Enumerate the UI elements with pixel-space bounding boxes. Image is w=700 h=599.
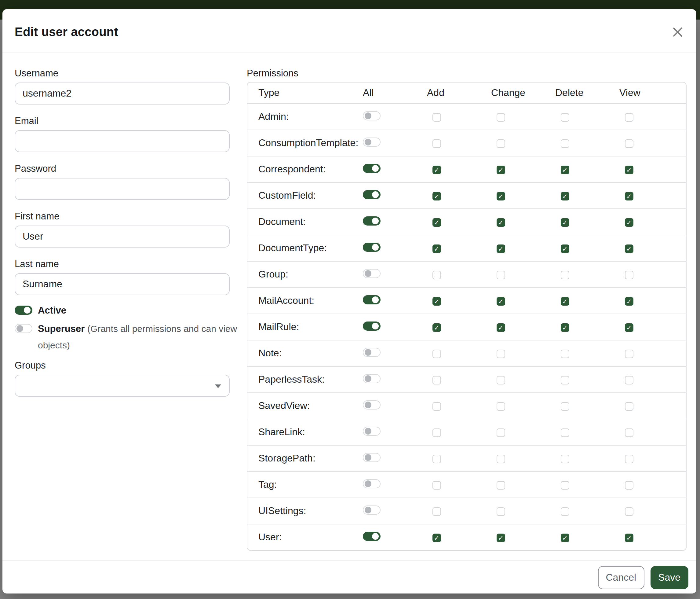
permission-change-checkbox[interactable]: ✓ xyxy=(497,166,505,174)
permission-change-checkbox[interactable] xyxy=(497,376,505,384)
permission-delete-checkbox[interactable] xyxy=(561,429,569,437)
groups-select[interactable] xyxy=(15,375,230,397)
permission-row: CustomField: ✓ ✓ ✓ ✓ xyxy=(247,183,686,209)
permission-all-toggle[interactable] xyxy=(363,453,380,462)
permission-all-toggle[interactable] xyxy=(363,111,380,120)
permission-all-toggle[interactable] xyxy=(363,374,380,383)
permission-view-checkbox[interactable]: ✓ xyxy=(625,218,633,226)
permission-delete-checkbox[interactable]: ✓ xyxy=(561,534,569,542)
permission-view-checkbox[interactable] xyxy=(625,507,633,516)
permission-all-toggle[interactable] xyxy=(363,321,380,330)
permission-view-checkbox[interactable]: ✓ xyxy=(625,166,633,174)
permission-delete-checkbox[interactable] xyxy=(561,376,569,384)
permission-change-checkbox[interactable] xyxy=(497,271,505,279)
permission-delete-checkbox[interactable] xyxy=(561,113,569,121)
permission-delete-checkbox[interactable]: ✓ xyxy=(561,324,569,332)
permission-delete-checkbox[interactable] xyxy=(561,350,569,358)
permission-view-checkbox[interactable] xyxy=(625,481,633,489)
permission-add-checkbox[interactable] xyxy=(432,271,441,279)
permission-view-checkbox[interactable] xyxy=(625,350,633,358)
permission-view-checkbox[interactable]: ✓ xyxy=(625,297,633,305)
permission-delete-checkbox[interactable]: ✓ xyxy=(561,166,569,174)
permission-all-toggle[interactable] xyxy=(363,164,380,173)
first-name-field[interactable] xyxy=(15,225,230,247)
permission-change-checkbox[interactable] xyxy=(497,113,505,121)
permission-change-checkbox[interactable]: ✓ xyxy=(497,324,505,332)
permission-view-checkbox[interactable] xyxy=(625,271,633,279)
permission-delete-checkbox[interactable] xyxy=(561,271,569,279)
close-button[interactable] xyxy=(667,22,688,43)
permission-view-checkbox[interactable] xyxy=(625,402,633,410)
password-field[interactable] xyxy=(15,178,230,200)
permission-change-checkbox[interactable]: ✓ xyxy=(497,244,505,253)
permission-all-toggle[interactable] xyxy=(363,505,380,514)
permission-view-checkbox[interactable]: ✓ xyxy=(625,534,633,542)
permission-add-checkbox[interactable]: ✓ xyxy=(432,244,441,253)
permission-change-checkbox[interactable] xyxy=(497,455,505,463)
permission-delete-checkbox[interactable] xyxy=(561,507,569,516)
last-name-field[interactable] xyxy=(15,273,230,295)
permission-add-checkbox[interactable]: ✓ xyxy=(432,192,441,200)
permission-view-checkbox[interactable] xyxy=(625,113,633,121)
username-input[interactable] xyxy=(15,82,230,104)
toggle-knob xyxy=(372,191,379,198)
permission-add-checkbox[interactable] xyxy=(432,402,441,410)
permission-all-toggle[interactable] xyxy=(363,242,380,251)
permission-view-checkbox[interactable] xyxy=(625,455,633,463)
permission-view-checkbox[interactable]: ✓ xyxy=(625,324,633,332)
permission-add-checkbox[interactable] xyxy=(432,113,441,121)
permission-delete-checkbox[interactable] xyxy=(561,402,569,410)
permission-all-toggle[interactable] xyxy=(363,531,380,541)
cancel-button[interactable]: Cancel xyxy=(598,566,644,589)
permission-change-checkbox[interactable] xyxy=(497,350,505,358)
permission-add-checkbox[interactable] xyxy=(432,139,441,148)
permission-all-toggle[interactable] xyxy=(363,479,380,488)
permission-all-toggle[interactable] xyxy=(363,426,380,435)
permission-change-checkbox[interactable]: ✓ xyxy=(497,534,505,542)
permission-all-toggle[interactable] xyxy=(363,295,380,304)
permission-view-checkbox[interactable] xyxy=(625,376,633,384)
permission-add-checkbox[interactable] xyxy=(432,350,441,358)
toggle-knob xyxy=(372,165,379,171)
permission-delete-checkbox[interactable]: ✓ xyxy=(561,192,569,200)
permission-add-checkbox[interactable]: ✓ xyxy=(432,297,441,305)
superuser-toggle[interactable] xyxy=(15,324,32,333)
permission-add-checkbox[interactable]: ✓ xyxy=(432,324,441,332)
permission-add-checkbox[interactable] xyxy=(432,429,441,437)
permission-add-checkbox[interactable] xyxy=(432,455,441,463)
permission-delete-checkbox[interactable]: ✓ xyxy=(561,218,569,226)
permission-view-checkbox[interactable]: ✓ xyxy=(625,244,633,253)
permission-all-toggle[interactable] xyxy=(363,190,380,199)
permission-change-checkbox[interactable]: ✓ xyxy=(497,192,505,200)
permission-all-toggle[interactable] xyxy=(363,137,380,146)
permission-delete-checkbox[interactable]: ✓ xyxy=(561,244,569,253)
permission-type-label: Document: xyxy=(247,209,357,235)
permission-all-toggle[interactable] xyxy=(363,269,380,278)
permission-delete-checkbox[interactable]: ✓ xyxy=(561,297,569,305)
permission-change-checkbox[interactable] xyxy=(497,481,505,489)
permission-add-checkbox[interactable] xyxy=(432,481,441,489)
permission-delete-checkbox[interactable] xyxy=(561,455,569,463)
permission-add-checkbox[interactable]: ✓ xyxy=(432,534,441,542)
permission-add-checkbox[interactable]: ✓ xyxy=(432,218,441,226)
permission-view-checkbox[interactable] xyxy=(625,139,633,148)
permission-add-checkbox[interactable]: ✓ xyxy=(432,166,441,174)
permission-delete-checkbox[interactable] xyxy=(561,139,569,148)
permission-change-checkbox[interactable]: ✓ xyxy=(497,218,505,226)
permission-all-toggle[interactable] xyxy=(363,400,380,409)
permission-all-toggle[interactable] xyxy=(363,216,380,225)
save-button[interactable]: Save xyxy=(650,566,689,589)
permission-change-checkbox[interactable] xyxy=(497,139,505,148)
permission-view-checkbox[interactable] xyxy=(625,429,633,437)
permission-view-checkbox[interactable]: ✓ xyxy=(625,192,633,200)
permission-all-toggle[interactable] xyxy=(363,348,380,357)
permission-change-checkbox[interactable] xyxy=(497,402,505,410)
email-field[interactable] xyxy=(15,130,230,152)
permission-add-checkbox[interactable] xyxy=(432,507,441,516)
permission-delete-checkbox[interactable] xyxy=(561,481,569,489)
permission-add-checkbox[interactable] xyxy=(432,376,441,384)
active-toggle[interactable] xyxy=(15,306,32,315)
permission-change-checkbox[interactable] xyxy=(497,429,505,437)
permission-change-checkbox[interactable]: ✓ xyxy=(497,297,505,305)
permission-change-checkbox[interactable] xyxy=(497,507,505,516)
